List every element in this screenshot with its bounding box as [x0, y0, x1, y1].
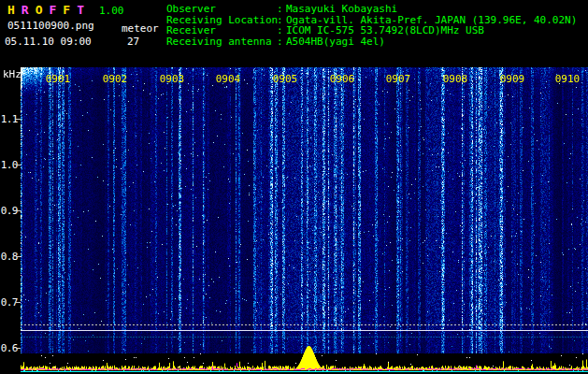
output-filename: 0511100900.png: [7, 20, 94, 32]
signal-level-canvas: [21, 346, 588, 374]
info-value: Masayuki Kobayashi: [286, 4, 397, 15]
time-label: 0901: [46, 73, 71, 85]
info-row-observer: Observer : Masayuki Kobayashi: [166, 4, 577, 15]
info-separator: :: [277, 4, 286, 15]
freq-unit-label: kHz: [3, 68, 22, 80]
info-row-antenna: Receiving antenna : A504HB(yagi 4el): [166, 36, 577, 48]
freq-tick: [16, 119, 21, 120]
info-value: A504HB(yagi 4el): [286, 36, 385, 48]
info-separator: :: [277, 36, 286, 48]
freq-tick: [16, 302, 21, 303]
info-label: Observer: [166, 4, 277, 15]
time-label: 0902: [103, 73, 128, 85]
freq-tick: [16, 210, 21, 211]
time-label: 0904: [216, 73, 241, 85]
echo-count: 27: [127, 36, 139, 48]
logo-letter: F: [63, 3, 70, 17]
spectrogram-canvas: [21, 67, 588, 353]
time-label: 0905: [273, 73, 298, 85]
info-label: Receiver: [166, 25, 277, 36]
logo-letter: R: [22, 3, 29, 17]
hrofft-output: HROFFT 1.00 0511100900.png meteor 05.11.…: [0, 0, 588, 374]
logo-letter: F: [49, 3, 56, 17]
mode-label: meteor: [122, 22, 159, 35]
info-row-receiver: Receiver : ICOM IC-575 53.7492(8LCD)MHz …: [166, 25, 577, 36]
info-label: Receiving antenna: [166, 36, 277, 48]
record-datetime: 05.11.10 09:00: [5, 36, 92, 48]
logo-letter: T: [77, 3, 84, 17]
observer-info-block: Observer : Masayuki Kobayashi Receiving …: [166, 4, 577, 47]
time-label: 0909: [500, 73, 525, 85]
time-label: 0910: [555, 73, 581, 85]
info-separator: :: [277, 25, 286, 36]
app-logo: HROFFT: [7, 3, 91, 17]
freq-tick: [16, 348, 21, 349]
time-label: 0908: [443, 73, 468, 85]
time-label: 0906: [330, 73, 355, 85]
time-label: 0903: [160, 73, 185, 85]
freq-tick: [16, 165, 21, 165]
logo-letter: O: [36, 3, 43, 17]
logo-letter: H: [7, 3, 15, 17]
freq-tick: [16, 256, 21, 257]
app-version-label: 1.00: [99, 5, 124, 17]
info-value: ICOM IC-575 53.7492(8LCD)MHz USB: [286, 25, 484, 36]
time-label: 0907: [386, 73, 411, 85]
